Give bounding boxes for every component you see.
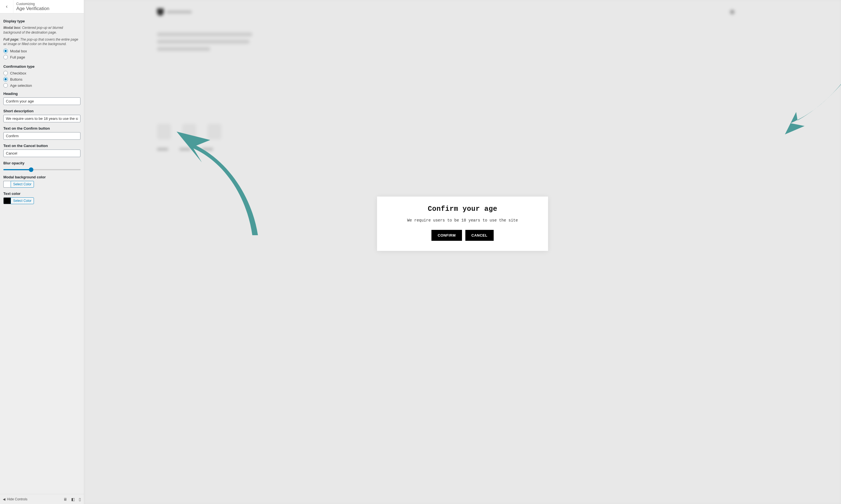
cancel-text-label: Text on the Cancel button <box>3 144 81 148</box>
modal-bg-label: Modal background color <box>3 175 81 179</box>
short-desc-input[interactable] <box>3 115 81 122</box>
chevron-left-icon <box>5 5 9 9</box>
header-breadcrumb: Customizing <box>16 2 49 6</box>
preview-blurred-bg <box>84 0 841 504</box>
display-type-help-modal: Modal box: Centered pop-up w/ blurred ba… <box>3 25 81 35</box>
radio-buttons[interactable]: Buttons <box>3 77 81 82</box>
back-button[interactable] <box>0 0 14 14</box>
page-title: Age Verification <box>16 6 49 12</box>
preview-pane: Confirm your age We require users to be … <box>84 0 841 504</box>
cancel-button[interactable]: CANCEL <box>465 230 494 241</box>
short-desc-label: Short description <box>3 109 81 113</box>
annotation-arrow-right <box>785 84 841 157</box>
radio-checkbox[interactable]: Checkbox <box>3 71 81 75</box>
text-color-row: Select Color <box>3 197 81 204</box>
modal-title: Confirm your age <box>383 205 543 213</box>
mobile-icon[interactable]: ▯ <box>79 497 81 502</box>
age-verification-modal: Confirm your age We require users to be … <box>377 197 548 251</box>
blur-opacity-slider[interactable] <box>3 169 81 170</box>
confirm-button[interactable]: CONFIRM <box>431 230 462 241</box>
confirmation-type-title: Confirmation type <box>3 65 81 69</box>
heading-label: Heading <box>3 92 81 96</box>
header-text: Customizing Age Verification <box>14 1 52 13</box>
blur-opacity-label: Blur opacity <box>3 161 81 165</box>
modal-bg-swatch[interactable] <box>3 181 11 187</box>
sidebar-header: Customizing Age Verification <box>0 0 84 14</box>
modal-bg-select-button[interactable]: Select Color <box>11 181 34 187</box>
heading-input[interactable] <box>3 97 81 105</box>
text-color-select-button[interactable]: Select Color <box>11 197 34 204</box>
annotation-arrow-left <box>168 123 261 241</box>
sidebar-body: Display type Modal box: Centered pop-up … <box>0 14 84 494</box>
text-color-label: Text color <box>3 192 81 196</box>
collapse-icon: ◀ <box>3 497 5 501</box>
modal-description: We require users to be 18 years to use t… <box>383 218 543 222</box>
radio-full-page[interactable]: Full page <box>3 55 81 59</box>
cancel-text-input[interactable] <box>3 149 81 157</box>
confirm-text-label: Text on the Confirm button <box>3 126 81 130</box>
hide-controls-button[interactable]: ◀ Hide Controls <box>3 497 28 501</box>
modal-bg-color-row: Select Color <box>3 181 81 187</box>
device-icons: 🖥 ◧ ▯ <box>63 497 81 502</box>
display-type-help-full: Full page: The pop-up that covers the en… <box>3 37 81 47</box>
radio-modal-box[interactable]: Modal box <box>3 49 81 53</box>
modal-buttons: CONFIRM CANCEL <box>383 230 543 241</box>
display-type-title: Display type <box>3 19 81 23</box>
tablet-icon[interactable]: ◧ <box>71 497 75 502</box>
text-color-swatch[interactable] <box>3 197 11 204</box>
desktop-icon[interactable]: 🖥 <box>63 497 67 502</box>
customizer-sidebar: Customizing Age Verification Display typ… <box>0 0 84 504</box>
radio-age-selection[interactable]: Age selection <box>3 83 81 88</box>
confirm-text-input[interactable] <box>3 132 81 140</box>
sidebar-footer: ◀ Hide Controls 🖥 ◧ ▯ <box>0 494 84 504</box>
